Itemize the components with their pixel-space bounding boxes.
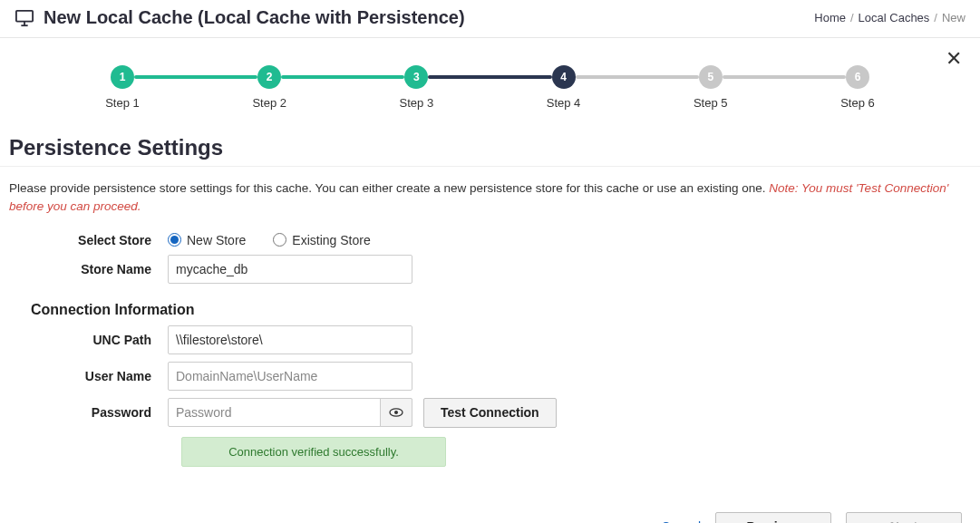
breadcrumb-local-caches[interactable]: Local Caches	[859, 11, 930, 24]
label-select-store: Select Store	[0, 233, 168, 247]
eye-icon	[389, 404, 403, 421]
next-button[interactable]: Next	[846, 512, 962, 524]
header-bar: New Local Cache (Local Cache with Persis…	[0, 0, 980, 38]
step-circle: 3	[404, 65, 428, 89]
connection-info-title: Connection Information	[31, 302, 980, 318]
step-label: Step 5	[690, 96, 732, 110]
radio-new-store[interactable]: New Store	[168, 233, 246, 247]
instruction-plain: Please provide persistence store setting…	[9, 181, 769, 195]
header-left: New Local Cache (Local Cache with Persis…	[15, 7, 465, 28]
wizard-body: ✕ 1 2 3 4 5 6 Step 1 Step 2 Step 3 Step …	[0, 38, 980, 119]
step-circle: 6	[846, 65, 869, 89]
form-area: Select Store New Store Existing Store St…	[0, 233, 980, 467]
page-title: New Local Cache (Local Cache with Persis…	[44, 7, 465, 28]
step-line	[723, 75, 846, 79]
instruction-text: Please provide persistence store setting…	[0, 179, 980, 217]
user-name-input[interactable]	[168, 362, 412, 391]
alert-connection-success: Connection verified successfully.	[181, 437, 446, 467]
step-line	[281, 75, 404, 79]
password-input[interactable]	[168, 398, 412, 427]
section-title: Persistence Settings	[9, 135, 980, 160]
test-connection-button[interactable]: Test Connection	[423, 398, 557, 428]
stepper: 1 2 3 4 5 6	[109, 65, 871, 89]
step-circle: 1	[111, 65, 134, 89]
step-labels: Step 1 Step 2 Step 3 Step 4 Step 5 Step …	[102, 96, 878, 110]
radio-new-store-input[interactable]	[168, 233, 181, 247]
step-4[interactable]: 4	[550, 65, 577, 89]
step-line	[576, 75, 699, 79]
step-line	[428, 75, 551, 79]
radio-existing-store-label: Existing Store	[292, 233, 370, 247]
label-user-name: User Name	[0, 369, 168, 383]
step-5[interactable]: 5	[697, 65, 724, 89]
close-button[interactable]: ✕	[946, 47, 962, 71]
step-1[interactable]: 1	[109, 65, 136, 89]
radio-group-store: New Store Existing Store	[168, 233, 371, 247]
breadcrumb-sep: /	[934, 11, 937, 24]
row-user-name: User Name	[0, 362, 980, 391]
unc-path-input[interactable]	[168, 325, 412, 354]
svg-rect-0	[16, 10, 33, 21]
step-6[interactable]: 6	[844, 65, 871, 89]
label-unc-path: UNC Path	[0, 333, 168, 347]
step-label: Step 3	[395, 96, 437, 110]
radio-existing-store[interactable]: Existing Store	[273, 233, 370, 247]
monitor-icon	[15, 9, 34, 27]
close-icon: ✕	[946, 47, 962, 70]
label-store-name: Store Name	[0, 262, 168, 276]
step-2[interactable]: 2	[256, 65, 283, 89]
step-label: Step 4	[543, 96, 585, 110]
step-3[interactable]: 3	[403, 65, 430, 89]
breadcrumb: Home / Local Caches / New	[814, 11, 965, 24]
step-label: Step 6	[837, 96, 878, 110]
step-circle: 5	[699, 65, 723, 89]
breadcrumb-current: New	[942, 11, 965, 24]
toggle-password-button[interactable]	[380, 398, 412, 427]
step-label: Step 1	[102, 96, 143, 110]
step-label: Step 2	[248, 96, 290, 110]
step-circle: 2	[257, 65, 281, 89]
row-select-store: Select Store New Store Existing Store	[0, 233, 980, 247]
row-password: Password Test Connection	[0, 398, 980, 428]
svg-point-4	[394, 411, 398, 414]
row-unc-path: UNC Path	[0, 325, 980, 354]
step-line	[134, 75, 257, 79]
divider	[0, 166, 980, 167]
store-name-input[interactable]	[168, 255, 412, 284]
radio-existing-store-input[interactable]	[273, 233, 286, 247]
breadcrumb-sep: /	[850, 11, 854, 24]
label-password: Password	[0, 405, 168, 420]
previous-button[interactable]: Previous	[715, 512, 831, 524]
row-store-name: Store Name	[0, 255, 980, 284]
breadcrumb-home[interactable]: Home	[814, 11, 846, 24]
cancel-link[interactable]: Cancel	[661, 519, 701, 523]
step-circle: 4	[552, 65, 576, 89]
radio-new-store-label: New Store	[187, 233, 246, 247]
footer-bar: Cancel Previous Next	[0, 494, 980, 524]
